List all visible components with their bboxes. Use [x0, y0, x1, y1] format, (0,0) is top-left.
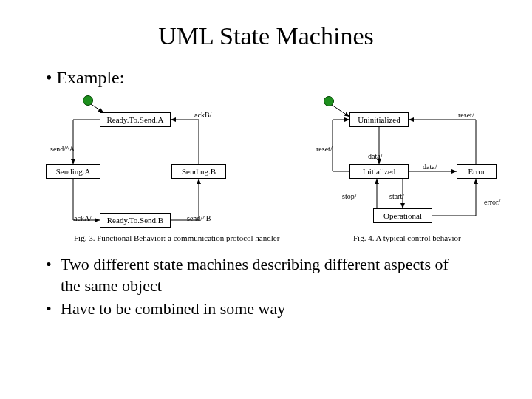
state-sending-b: Sending.B — [171, 164, 226, 179]
caption-right: Fig. 4. A typical control behavior — [353, 233, 461, 242]
arrows-layer — [0, 0, 532, 399]
label-acka: ackA/ — [74, 214, 92, 222]
state-ready-to-send-b: Ready.To.Send.B — [100, 213, 171, 228]
initial-pseudostate-right — [324, 96, 334, 106]
body-bullet-2: • Have to be combined in some way — [61, 299, 285, 320]
body-bullet-1: • Two different state machines describin… — [61, 254, 449, 296]
state-uninitialized: Uninitialized — [349, 112, 409, 127]
label-stop: stop/ — [342, 192, 356, 200]
state-initialized: Initialized — [349, 164, 409, 179]
label-send-b: send/^B — [187, 214, 211, 222]
label-error: error/ — [484, 198, 500, 206]
svg-line-0 — [91, 104, 103, 112]
state-error: Error — [457, 164, 497, 179]
label-start: start/ — [389, 192, 404, 200]
body-bullet-1-line1: Two different state machines describing … — [61, 255, 449, 273]
label-data-down: data/ — [368, 152, 382, 160]
svg-line-1 — [332, 105, 349, 117]
state-ready-to-send-a: Ready.To.Send.A — [100, 112, 171, 127]
label-send-a: send/^A — [50, 145, 75, 153]
caption-left: Fig. 3. Functional Behavior: a communica… — [74, 233, 279, 242]
label-data-right: data/ — [423, 163, 437, 171]
label-reset-top: reset/ — [458, 111, 474, 119]
body-bullet-1-line2: the same object — [61, 276, 162, 295]
state-operational: Operational — [373, 208, 432, 223]
initial-pseudostate-left — [83, 95, 93, 106]
label-reset-left: reset/ — [316, 145, 332, 153]
body-bullet-2-text: Have to be combined in some way — [61, 299, 285, 318]
state-sending-a: Sending.A — [46, 164, 100, 179]
bullet-example: Example: — [46, 68, 124, 88]
page-title: UML State Machines — [0, 22, 532, 50]
label-ackb: ackB/ — [194, 111, 211, 119]
